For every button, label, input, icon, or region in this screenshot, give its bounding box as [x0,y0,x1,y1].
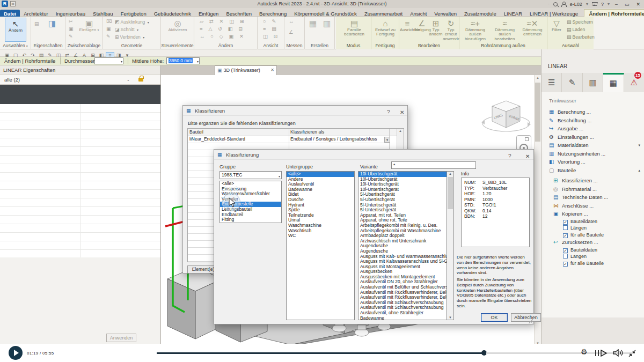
match-icon[interactable]: ✎ [69,34,73,39]
checkbox-row-fuer-alle-bauteile[interactable]: ✓für alle Bauteile [541,260,644,267]
sidebar-item-beschriftung[interactable]: ✎Beschriftung ... [541,116,644,125]
view-tools-icons[interactable]: ○ ✎ [263,18,278,25]
list-item[interactable]: 10l-Übertischgerät [358,177,447,182]
list-item[interactable]: 5l-Untertischgerät [358,208,447,213]
ausklinkung-button[interactable]: ◩Ausklinkung ▾ [115,19,149,25]
volume-icon[interactable] [613,349,624,357]
offset-icon[interactable]: ▣ [106,26,111,32]
properties-button[interactable]: ◨ [43,18,61,42]
checkbox-unchecked-icon[interactable] [563,254,568,258]
list-item[interactable]: Ausguss mit Kalt- und Warmwasseranschlus… [358,254,447,260]
sidebar-item-anschluesse[interactable]: ⋈Anschlüsse ... [541,202,644,210]
apply-button[interactable]: Anwenden [106,334,136,342]
ok-button[interactable]: OK [481,313,508,322]
filter-button[interactable]: ▽Filter [548,18,565,42]
cope-icon[interactable]: ⌧ [106,19,112,24]
scroll-down-icon[interactable]: ▼ [449,316,452,319]
help-caret-icon[interactable]: ▾ [608,2,610,6]
modify-tools-icons[interactable]: ↔ ○ ◇ ▣ ✕ [200,33,246,40]
cell-bauteil[interactable]: liNear_Enddeckel-Standard [189,136,287,142]
notification-badge[interactable]: 15 [634,71,642,79]
scrollbar-thumb[interactable] [535,83,540,142]
checkbox-row-bauteildaten[interactable]: ✓Bauteildaten [541,218,644,225]
list-item[interactable]: Auslaufventil [287,182,354,187]
palette-selector[interactable]: alle (2)⌄ [0,75,160,85]
list-item[interactable]: 5l-Übertischgerät [358,197,447,203]
close-icon[interactable]: ✕ [525,151,530,161]
edit-family-button[interactable]: ▤Familie bearbeiten [342,18,367,42]
modify-tools-icons[interactable]: ≡ △ ↺ ◧ ⊟ [200,25,245,33]
list-item[interactable]: Teilnetzende [287,213,354,218]
sidebar-item-materialdaten[interactable]: ▤Materialdaten▾ [541,141,644,150]
activate-controls-button[interactable]: ◎Aktivieren [167,18,188,42]
settings-gear-icon[interactable]: ⚙ [581,348,588,356]
palette-title[interactable]: LINEAR Eigenschaften [0,65,160,75]
viewcube[interactable]: LINKS VORNE [479,98,533,136]
sidebar-item-kopieren[interactable]: ▣Kopieren ... [541,210,644,218]
list-item[interactable]: Auslaufventil mit Rückflussverhinderer, … [358,295,447,300]
list-item[interactable]: Ausguss mit Montageelement [358,264,447,270]
checkbox-checked-icon[interactable]: ✓ [563,233,568,238]
palette-property-grid[interactable] [0,104,160,257]
design-to-fab-button[interactable]: ⌂Entwurf zu Fertigung [374,18,397,42]
list-item[interactable]: Auslaufventil, ohne Strahlregler [358,311,447,316]
list-item[interactable]: Waschmaschine [287,223,354,228]
variante-list[interactable]: 10l-Übertischgerät10l-Übertischgerät10l-… [358,171,447,320]
list-item[interactable]: 10l-Untertischgerät [358,182,447,187]
list-item[interactable]: Endbauteil [220,212,281,218]
modify-tools-icons[interactable]: ▱ ⇄ ✕ ◫ ⊞ [200,18,246,25]
view-tools-icons[interactable]: ≡ ▤ [263,25,279,33]
list-item[interactable]: Waschtisch [287,228,354,234]
list-item[interactable]: Einspeisung [220,187,281,192]
user-name[interactable]: e-L02 [570,2,582,7]
edit-selection-button[interactable]: ▤Bearbeiten [567,34,595,40]
align-button[interactable]: ≡Ausrichten [400,18,415,42]
sidebar-item-nutzungseinheiten[interactable]: ▥Nutzungseinheiten ... [541,150,644,158]
dialog-title-bar[interactable]: ▦ Klassifizierung ? ✕ [214,150,533,160]
chevron-down-icon[interactable]: ▾ [638,141,640,150]
list-item[interactable]: Apparat, mit rot. Teilen [358,213,447,218]
sidebar-item-technische-daten[interactable]: ▤Technische Daten ... [541,193,644,202]
sidebar-item-bauteile[interactable]: ▢Bauteile▴ [541,166,644,175]
help-icon[interactable]: ? [387,107,390,117]
list-item[interactable]: Urinal [287,218,354,223]
list-item[interactable]: Apparat, ohne rot. Teile [358,218,447,223]
list-item[interactable]: Dusche [287,197,354,203]
edit-insulation-button[interactable]: ≈Dämmung außen bearbeiten [490,18,519,42]
list-item[interactable]: Hydrant [287,203,354,208]
list-item[interactable]: Bidet [287,192,354,197]
paint-icon[interactable]: ✎ [106,34,111,39]
tab-calculation[interactable]: ▦ [603,73,624,92]
minimize-button[interactable]: – [613,2,619,7]
list-item[interactable]: Fitting [220,217,281,223]
cell-klassifizieren-als[interactable]: Endbauteil / Sonstiges / Leitungsabschlu… [290,136,382,142]
create-similar-button[interactable]: ▥ [320,18,334,42]
height-value[interactable]: 3950.0 mm [169,58,193,63]
sidebar-item-verortung[interactable]: ◧Verortung ... [541,158,644,166]
sidebar-item-einstellungen[interactable]: ⚙Einstellungen ... [541,133,644,142]
list-item[interactable]: Badewanne [358,316,447,320]
paste-button[interactable]: ▣Einfügen ▾ [78,18,100,42]
height-combo[interactable]: 3950.0 mm▾ [166,57,200,64]
variante-filter-input[interactable]: * [391,161,476,169]
view-tools-icons[interactable]: ◫ ⊡ [263,33,280,40]
search-icon[interactable] [553,2,558,6]
list-item[interactable]: Auslaufventil mit Rückflussverhinderer, … [358,290,447,295]
save-selection-button[interactable]: ▤Speichern [567,19,593,25]
cell-combo-button[interactable]: ▾ [384,137,390,143]
list-item[interactable]: Spüle [287,208,354,213]
list-item[interactable]: Ausgussbecken mit Montageelement [358,275,447,280]
sidebar-item-rohrmaterial[interactable]: ◎Rohrmaterial ... [541,185,644,194]
list-item[interactable]: Auslaufventil mit Schlauchverschraubung [358,305,447,311]
create-group-button[interactable]: ▦ [306,18,320,42]
checkbox-checked-icon[interactable]: ✓ [563,220,568,225]
cancel-button[interactable]: Abbrechen [511,313,541,322]
chevron-down-icon[interactable]: ⌄ [127,75,130,85]
list-item[interactable]: Augendusche [358,243,447,249]
dialog-title-bar[interactable]: ▦ Klassifizieren ? ✕ [183,106,407,116]
scroll-up-icon[interactable]: ▲ [449,172,452,175]
sidebar-item-berechnung[interactable]: ▦Berechnung ... [541,108,644,116]
dropdown-caret-icon[interactable]: ▾ [586,2,588,6]
list-item[interactable]: Auslaufventil mit Belüfter und Schlauchv… [358,285,447,290]
list-item[interactable]: Augendusche [358,249,447,254]
